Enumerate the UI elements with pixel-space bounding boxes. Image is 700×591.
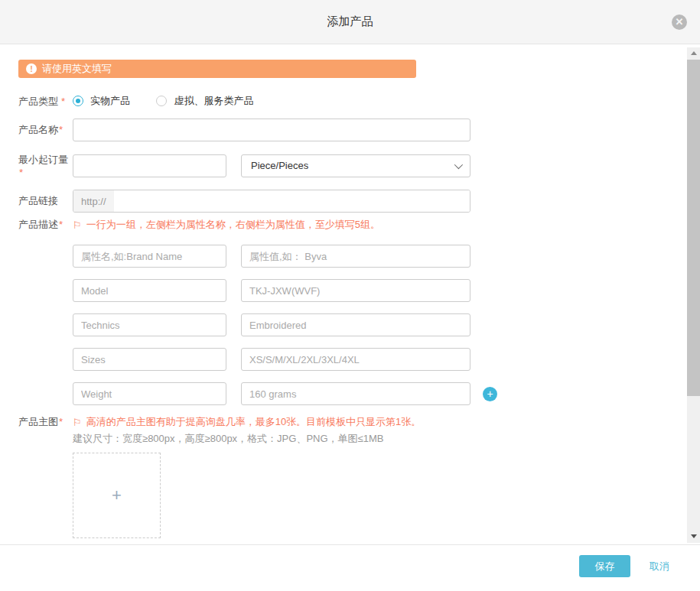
attr-value-input-5[interactable]	[241, 382, 470, 405]
save-button[interactable]: 保存	[579, 555, 630, 577]
radio-physical-product[interactable]: 实物产品	[73, 94, 130, 108]
scrollbar-down-arrow[interactable]	[687, 531, 700, 541]
radio-virtual-product[interactable]: 虚拟、服务类产品	[156, 94, 253, 108]
product-name-row: 产品名称*	[18, 119, 669, 141]
product-name-label: 产品名称*	[18, 123, 73, 137]
product-link-label: 产品链接	[18, 194, 73, 208]
image-hint: ⚐ 高清的产品主图有助于提高询盘几率，最多10张。目前模板中只显示第1张。	[73, 415, 421, 429]
page-title: 添加产品	[327, 15, 373, 29]
plus-icon: +	[112, 485, 122, 505]
attr-name-input-4[interactable]	[73, 348, 226, 371]
radio-unselected-icon	[156, 96, 167, 106]
required-asterisk: *	[61, 96, 65, 107]
radio-virtual-label: 虚拟、服务类产品	[174, 94, 253, 108]
add-attribute-button[interactable]: +	[483, 387, 497, 401]
lightbulb-icon: ⚐	[73, 417, 82, 428]
desc-hint: ⚐ 一行为一组，左侧栏为属性名称，右侧栏为属性值，至少填写5组。	[73, 218, 380, 232]
attr-value-input-4[interactable]	[241, 348, 470, 371]
product-link-row: 产品链接 http://	[18, 190, 669, 213]
close-icon[interactable]: ✕	[672, 15, 687, 30]
image-size-hint: 建议尺寸：宽度≥800px，高度≥800px，格式：JPG、PNG，单图≤1MB	[73, 432, 669, 444]
product-type-label: 产品类型*	[18, 95, 73, 109]
attr-name-input-5[interactable]	[73, 382, 226, 405]
moq-unit-select[interactable]: Piece/Pieces	[241, 154, 470, 177]
product-link-input[interactable]	[114, 190, 470, 212]
required-asterisk: *	[59, 124, 63, 135]
banner-text: 请使用英文填写	[42, 62, 112, 76]
product-type-row: 产品类型* 实物产品 虚拟、服务类产品	[18, 95, 669, 109]
product-desc-row: 产品描述* ⚐ 一行为一组，左侧栏为属性名称，右侧栏为属性值，至少填写5组。	[18, 219, 669, 231]
moq-row: 最小起订量* Piece/Pieces	[18, 153, 669, 178]
image-hint-text: 高清的产品主图有助于提高询盘几率，最多10张。目前模板中只显示第1张。	[86, 415, 422, 429]
required-asterisk: *	[59, 219, 63, 230]
radio-physical-label: 实物产品	[90, 94, 130, 108]
attr-row-5: +	[73, 382, 669, 405]
radio-selected-icon	[73, 96, 83, 106]
attr-row-4	[73, 348, 669, 371]
info-icon: !	[26, 63, 37, 74]
attr-value-input-1[interactable]	[241, 245, 470, 268]
attr-value-input-3[interactable]	[241, 313, 470, 336]
attr-row-1	[73, 245, 669, 268]
product-link-group: http://	[73, 190, 470, 213]
attr-name-input-1[interactable]	[73, 245, 226, 268]
scrollbar-up-arrow[interactable]	[687, 47, 700, 58]
required-asterisk: *	[59, 416, 63, 427]
scrollbar	[687, 47, 700, 543]
desc-hint-text: 一行为一组，左侧栏为属性名称，右侧栏为属性值，至少填写5组。	[86, 218, 380, 232]
chevron-down-icon	[454, 160, 463, 168]
moq-unit-value: Piece/Pieces	[251, 160, 308, 171]
lightbulb-icon: ⚐	[73, 219, 82, 231]
product-desc-label: 产品描述*	[18, 218, 73, 232]
url-prefix: http://	[73, 190, 114, 212]
product-image-label: 产品主图*	[18, 415, 73, 429]
moq-input[interactable]	[73, 154, 226, 177]
scrollbar-thumb[interactable]	[687, 60, 700, 396]
attr-name-input-2[interactable]	[73, 279, 226, 302]
product-image-row: 产品主图* ⚐ 高清的产品主图有助于提高询盘几率，最多10张。目前模板中只显示第…	[18, 416, 669, 428]
modal-header: 添加产品 ✕	[0, 0, 700, 44]
cancel-button[interactable]: 取消	[650, 555, 669, 577]
add-product-modal: 添加产品 ✕ ! 请使用英文填写 产品类型* 实物产品 虚拟、服务类产品 产品名…	[0, 0, 700, 591]
attr-row-3	[73, 313, 669, 336]
moq-label: 最小起订量*	[18, 153, 73, 178]
modal-body: ! 请使用英文填写 产品类型* 实物产品 虚拟、服务类产品 产品名称* 最小起订…	[0, 44, 700, 544]
product-name-input[interactable]	[73, 119, 470, 141]
image-upload-box[interactable]: +	[73, 453, 161, 538]
attr-row-2	[73, 279, 669, 302]
product-type-radio-group: 实物产品 虚拟、服务类产品	[73, 94, 276, 109]
attr-value-input-2[interactable]	[241, 279, 470, 302]
attr-name-input-3[interactable]	[73, 313, 226, 336]
modal-footer: 保存 取消	[0, 544, 700, 591]
language-warning-banner: ! 请使用英文填写	[18, 60, 416, 78]
required-asterisk: *	[19, 167, 23, 178]
